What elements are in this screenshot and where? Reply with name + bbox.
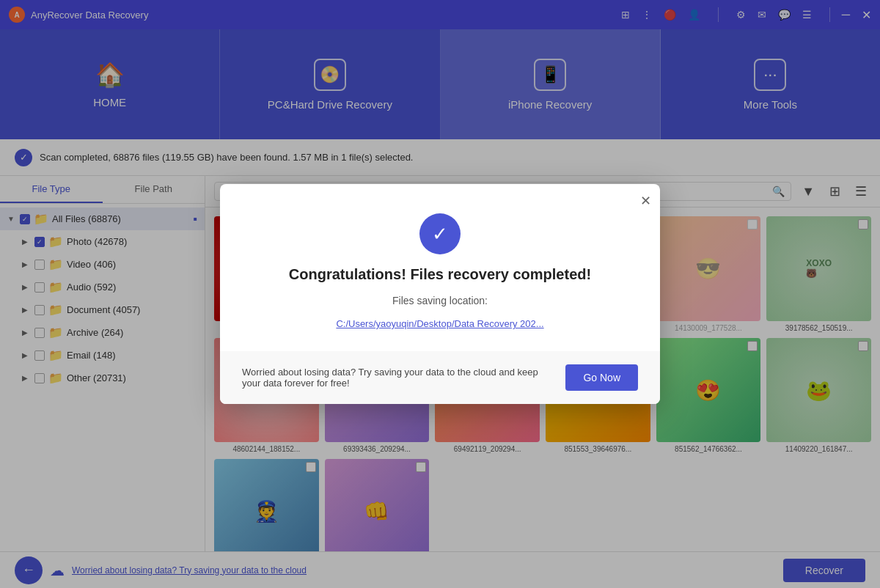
modal-go-button[interactable]: Go Now xyxy=(565,364,638,391)
modal-location-link[interactable]: C:/Users/yaoyuqin/Desktop/Data Recovery … xyxy=(336,318,543,329)
modal-dialog: ✕ ✓ Congratulations! Files recovery comp… xyxy=(220,184,660,404)
modal-subtitle: Files saving location: xyxy=(392,295,488,306)
modal-close-button[interactable]: ✕ xyxy=(640,193,651,209)
modal-check-icon: ✓ xyxy=(419,213,461,254)
modal-title: Congratulations! Files recovery complete… xyxy=(289,266,591,283)
modal-body: ✓ Congratulations! Files recovery comple… xyxy=(220,184,660,351)
modal-footer-text: Worried about losing data? Try saving yo… xyxy=(242,367,551,389)
modal-footer: Worried about losing data? Try saving yo… xyxy=(220,351,660,404)
modal-overlay[interactable]: ✕ ✓ Congratulations! Files recovery comp… xyxy=(0,0,880,588)
